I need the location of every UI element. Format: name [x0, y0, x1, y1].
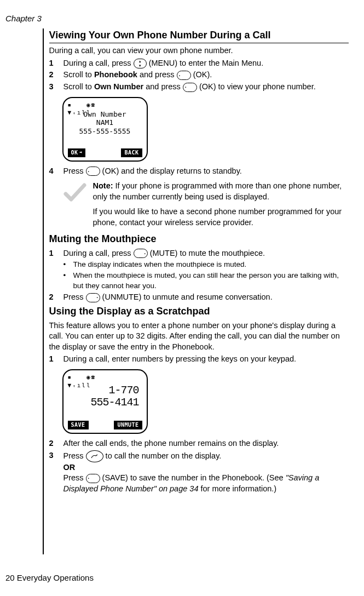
- text: (UNMUTE) to unmute and resume conversati…: [100, 293, 273, 301]
- text: (SAVE) to save the number in the Phonebo…: [100, 473, 286, 482]
- step-number: 2: [49, 292, 63, 303]
- note-text: Note: If your phone is programmed with m…: [93, 181, 349, 228]
- text: Scroll to: [63, 70, 94, 79]
- step-text: Press to call the number on the display.…: [63, 450, 349, 495]
- step-4: 4 Press (OK) and the display returns to …: [49, 166, 349, 177]
- step-text: After the call ends, the phone number re…: [63, 438, 349, 449]
- note-label: Note:: [93, 181, 113, 190]
- unmute-key-icon: [86, 293, 100, 302]
- phone-btn-save: SAVE: [68, 421, 89, 429]
- phone-line: Own Number: [68, 110, 142, 119]
- note-para1: Note: If your phone is programmed with m…: [93, 181, 349, 202]
- text: (MUTE) to mute the mouthpiece.: [148, 249, 265, 257]
- bullet: •: [63, 271, 73, 290]
- phone-softkeys: SAVE UNMUTE: [68, 421, 142, 429]
- text: to call the number on the display.: [103, 451, 222, 460]
- text: During a call, press: [63, 59, 134, 67]
- step-number: 3: [49, 450, 63, 495]
- phone-screen-own-number: ▪ ◉☎ ▼₊ıll Own Number NAM1 555-555-5555 …: [62, 97, 148, 162]
- send-key-icon: [86, 450, 103, 462]
- step-text: During a call, press (MENU) to enter the…: [63, 58, 349, 69]
- text: Press: [63, 473, 86, 482]
- bold-text: Own Number: [94, 82, 143, 91]
- step-1: 1 During a call, enter numbers by pressi…: [49, 354, 349, 365]
- menu-key-icon: [134, 59, 147, 68]
- section-title-muting: Muting the Mouthpiece: [49, 232, 349, 245]
- step-number: 2: [49, 438, 63, 449]
- page-footer: 20 Everyday Operations: [5, 573, 94, 582]
- phone-line: 1-770: [68, 385, 139, 397]
- bullet: •: [63, 260, 73, 270]
- step-1: 1 During a call, press (MENU) to enter t…: [49, 58, 349, 69]
- step-text: Scroll to Own Number and press (OK) to v…: [63, 82, 349, 93]
- section-title-scratchpad: Using the Display as a Scratchpad: [49, 305, 349, 318]
- step-text: During a call, press (MUTE) to mute the …: [63, 248, 349, 259]
- bullet-text: When the mouthpiece is muted, you can st…: [73, 271, 349, 290]
- checkmark-icon: [62, 181, 88, 206]
- text: If your phone is programmed with more th…: [93, 181, 342, 201]
- section-title-own-number: Viewing Your Own Phone Number During a C…: [49, 28, 349, 43]
- text: Scroll to: [63, 82, 94, 91]
- or-text: OR: [63, 462, 349, 473]
- bold-text: Phonebook: [94, 70, 137, 79]
- step-3: 3 Press to call the number on the displa…: [49, 450, 349, 495]
- text: and press: [137, 70, 177, 79]
- phone-softkeys: OK◄ BACK: [68, 148, 142, 157]
- bullet-item: • When the mouthpiece is muted, you can …: [63, 271, 349, 290]
- step-3: 3 Scroll to Own Number and press (OK) to…: [49, 82, 349, 93]
- step-text: Scroll to Phonebook and press (OK).: [63, 70, 349, 81]
- text: Press: [63, 451, 86, 460]
- step-2: 2 Press (UNMUTE) to unmute and resume co…: [49, 292, 349, 303]
- text: (OK) to view your phone number.: [197, 82, 316, 91]
- step-2: 2 After the call ends, the phone number …: [49, 438, 349, 449]
- ok-key-icon: [183, 83, 197, 92]
- phone-line: 555-4141: [68, 397, 139, 409]
- ok-key-icon: [86, 167, 100, 176]
- vertical-divider: [43, 28, 44, 554]
- step-number: 1: [49, 354, 63, 365]
- phone-line: 555-555-5555: [68, 127, 142, 136]
- phone-line: NAM1: [68, 118, 142, 127]
- bullet-text: The display indicates when the mouthpiec…: [73, 260, 247, 270]
- step-number: 1: [49, 248, 63, 259]
- step-number: 2: [49, 70, 63, 81]
- phone-btn-unmute: UNMUTE: [114, 421, 142, 429]
- mute-key-icon: [134, 249, 148, 258]
- step-number: 1: [49, 58, 63, 69]
- step-1: 1 During a call, press (MUTE) to mute th…: [49, 248, 349, 259]
- step-number: 4: [49, 166, 63, 177]
- step-text: During a call, enter numbers by pressing…: [63, 354, 349, 365]
- phone-status-icons: ▪ ◉☎ ▼₊ıll: [68, 374, 142, 381]
- text: Press: [63, 293, 86, 301]
- text: and press: [143, 82, 183, 91]
- phone-content: Own Number NAM1 555-555-5555: [68, 109, 142, 149]
- btn-label: OK: [71, 149, 78, 157]
- note-block: Note: If your phone is programmed with m…: [62, 181, 349, 228]
- intro-text: During a call, you can view your own pho…: [49, 45, 349, 56]
- bullet-item: • The display indicates when the mouthpi…: [63, 260, 349, 270]
- phone-btn-ok: OK◄: [68, 148, 85, 157]
- chapter-header: Chapter 3: [5, 14, 349, 23]
- step-number: 3: [49, 82, 63, 93]
- text: (MENU) to enter the Main Menu.: [147, 59, 264, 67]
- text: During a call, press: [63, 249, 134, 257]
- ok-key-icon: [177, 71, 191, 80]
- step-2: 2 Scroll to Phonebook and press (OK).: [49, 70, 349, 81]
- text: Press: [63, 167, 86, 175]
- note-para2: If you would like to have a second phone…: [93, 207, 349, 228]
- phone-content: 1-770 555-4141: [68, 381, 142, 421]
- text: (OK).: [191, 70, 212, 79]
- save-key-icon: [86, 474, 100, 483]
- phone-status-icons: ▪ ◉☎ ▼₊ıll: [68, 101, 142, 109]
- step-text: Press (OK) and the display returns to st…: [63, 166, 349, 177]
- intro-text: This feature allows you to enter a phone…: [49, 320, 349, 353]
- phone-screen-scratchpad: ▪ ◉☎ ▼₊ıll 1-770 555-4141 SAVE UNMUTE: [62, 369, 148, 434]
- phone-btn-back: BACK: [121, 148, 142, 157]
- text: for more information.): [198, 484, 276, 493]
- arrow-icon: ◄: [79, 150, 82, 156]
- text: (OK) and the display returns to standby.: [100, 167, 242, 175]
- step-text: Press (UNMUTE) to unmute and resume conv…: [63, 292, 349, 303]
